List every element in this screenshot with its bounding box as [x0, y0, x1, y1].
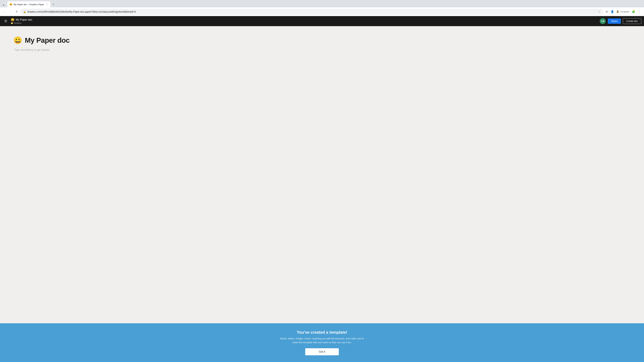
app-header: ☰ 😀 My Paper doc 📁 Dropbox LD Share Crea…	[0, 16, 644, 26]
tab-list-button[interactable]: ▾	[1, 3, 6, 7]
doc-title-section: 😀 My Paper doc 📁 Dropbox	[11, 18, 600, 24]
profile-icon: 👤	[611, 10, 614, 13]
incognito-button[interactable]: 🕵 Incognito	[615, 10, 630, 13]
template-banner-description: Words, tables, images, emoji—anything yo…	[278, 337, 366, 344]
header-right: LD Share Create doc	[600, 18, 641, 24]
folder-icon: 📁	[11, 22, 13, 24]
tab-title: My Paper doc – Dropbox Paper	[14, 3, 44, 6]
doc-heading-text: My Paper doc	[25, 36, 70, 44]
breadcrumb: 📁 Dropbox	[11, 22, 600, 24]
doc-header-title: My Paper doc	[16, 18, 32, 21]
tab-list-icon: ▾	[3, 3, 4, 7]
create-doc-button[interactable]: Create doc	[623, 18, 641, 24]
nav-right-icons: ⧉ 👤 🕵 Incognito 🧩 ⋮	[604, 9, 642, 14]
doc-placeholder[interactable]: Type something to get started	[14, 48, 630, 51]
address-bar[interactable]: 🔒 dropbox.com/scl/fi/n3zfj9fyi392l1d8x5i…	[20, 9, 603, 15]
split-screen-button[interactable]: ⧉	[604, 9, 609, 14]
nav-bar: ← → ↻ 🔒 dropbox.com/scl/fi/n3zfj9fyi392l…	[0, 7, 644, 16]
got-it-button[interactable]: Got it	[305, 348, 339, 355]
forward-button[interactable]: →	[8, 9, 14, 14]
browser-frame: ▾ 😀 My Paper doc – Dropbox Paper × + ← →…	[0, 0, 644, 362]
bookmark-icon[interactable]: ☆	[598, 10, 600, 13]
active-tab[interactable]: 😀 My Paper doc – Dropbox Paper ×	[8, 1, 50, 7]
extensions-button[interactable]: 🧩	[631, 9, 636, 14]
template-banner: You've created a template! Words, tables…	[0, 323, 644, 362]
document-area[interactable]: 😀 My Paper doc Type something to get sta…	[0, 26, 644, 323]
new-tab-button[interactable]: +	[51, 2, 56, 7]
reload-icon: ↻	[16, 10, 18, 13]
lock-icon: 🔒	[23, 10, 26, 13]
reload-button[interactable]: ↻	[14, 9, 20, 14]
tab-bar-left: ▾	[0, 3, 8, 7]
profile-button[interactable]: 👤	[610, 9, 615, 14]
address-url: dropbox.com/scl/fi/n3zfj9fyi392l1d8x5ist…	[27, 10, 596, 13]
incognito-label: Incognito	[620, 10, 629, 13]
tab-bar: ▾ 😀 My Paper doc – Dropbox Paper × +	[0, 0, 644, 7]
template-banner-title: You've created a template!	[297, 330, 347, 335]
tab-close-button[interactable]: ×	[46, 3, 48, 6]
breadcrumb-text: Dropbox	[14, 22, 22, 24]
menu-icon: ⋮	[638, 10, 641, 13]
doc-title-row: 😀 My Paper doc	[11, 18, 600, 22]
doc-emoji: 😀	[14, 36, 22, 44]
split-screen-icon: ⧉	[606, 10, 608, 13]
back-button[interactable]: ←	[2, 9, 8, 14]
doc-header-emoji: 😀	[11, 18, 14, 22]
sidebar-toggle-icon: ☰	[4, 19, 7, 23]
back-icon: ←	[3, 10, 6, 13]
sidebar-toggle-button[interactable]: ☰	[3, 18, 9, 24]
main-content: 😀 My Paper doc Type something to get sta…	[0, 26, 644, 362]
avatar[interactable]: LD	[600, 18, 606, 24]
menu-button[interactable]: ⋮	[636, 9, 642, 14]
extensions-icon: 🧩	[632, 10, 635, 13]
doc-heading: 😀 My Paper doc	[14, 36, 630, 44]
share-button[interactable]: Share	[608, 18, 621, 24]
incognito-icon: 🕵	[617, 10, 619, 13]
forward-icon: →	[10, 10, 12, 13]
tab-favicon: 😀	[10, 3, 12, 6]
